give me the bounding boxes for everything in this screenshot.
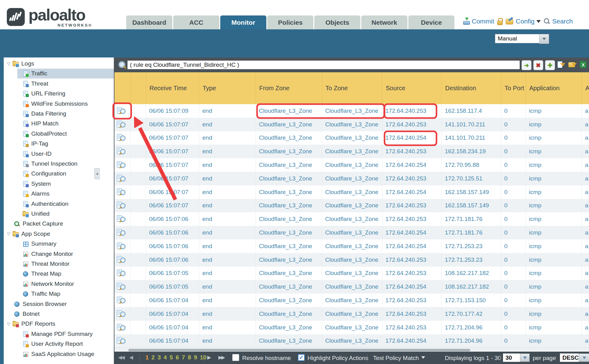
- log-detail-icon[interactable]: [117, 134, 126, 142]
- cell-destination[interactable]: 108.162.217.182: [442, 280, 501, 294]
- cell-source[interactable]: 172.64.240.254: [382, 239, 442, 253]
- cell-to_port[interactable]: 0: [501, 294, 526, 307]
- sidebar-item-threat-map[interactable]: Threat Map: [4, 269, 114, 279]
- prev-page-button[interactable]: ◀: [129, 354, 132, 360]
- cell-to_zone[interactable]: Cloudflare_L3_Zone: [322, 307, 382, 321]
- column-header-application[interactable]: Application: [526, 72, 582, 104]
- sidebar-item-wildfire-submissions[interactable]: WildFire Submissions: [4, 99, 114, 109]
- cell-source[interactable]: 172.64.240.253: [382, 212, 442, 226]
- cell-action[interactable]: a: [582, 267, 589, 280]
- cell-receive_time[interactable]: 06/06 15:07:06: [146, 212, 199, 226]
- per-page-select[interactable]: 30: [503, 353, 520, 362]
- cell-source[interactable]: 172.64.240.253: [382, 294, 442, 307]
- cell-type[interactable]: end: [199, 267, 256, 280]
- cell-to_zone[interactable]: Cloudflare_L3_Zone: [322, 145, 382, 158]
- cell-from_zone[interactable]: Cloudflare_L3_Zone: [256, 334, 322, 348]
- cell-type[interactable]: end: [199, 158, 256, 172]
- cell-action[interactable]: a: [582, 294, 589, 307]
- cell-action[interactable]: a: [582, 280, 589, 294]
- sidebar-item-threat-monitor[interactable]: Threat Monitor: [4, 259, 114, 269]
- filter-builder-icon[interactable]: [557, 60, 566, 70]
- column-header-source[interactable]: Source: [382, 72, 442, 104]
- cell-type[interactable]: end: [199, 226, 256, 239]
- sidebar-item-tunnel-inspection[interactable]: Tunnel Inspection: [4, 159, 114, 169]
- cell-receive_time[interactable]: 06/06 15:07:04: [146, 294, 199, 307]
- cell-type[interactable]: end: [199, 212, 256, 226]
- cell-from_zone[interactable]: Cloudflare_L3_Zone: [256, 239, 322, 253]
- clear-filter-icon[interactable]: ✖: [533, 60, 543, 70]
- cell-from_zone[interactable]: Cloudflare_L3_Zone: [256, 226, 322, 239]
- cell-destination[interactable]: 172.71.253.23: [442, 253, 501, 267]
- column-header-spacer[interactable]: [131, 72, 146, 104]
- lock-icon[interactable]: [497, 18, 503, 25]
- cell-from_zone[interactable]: Cloudflare_L3_Zone: [256, 104, 322, 118]
- tab-monitor[interactable]: Monitor: [220, 15, 266, 29]
- cell-from_zone[interactable]: Cloudflare_L3_Zone: [256, 321, 322, 334]
- cell-action[interactable]: a: [582, 104, 589, 118]
- sidebar-item-user-id[interactable]: User-ID: [4, 149, 114, 159]
- refresh-mode-select[interactable]: Manual: [495, 34, 540, 43]
- sidebar-item-url-filtering[interactable]: URL Filtering: [4, 89, 114, 99]
- cell-to_port[interactable]: 0: [501, 185, 526, 199]
- cell-to_port[interactable]: 0: [501, 334, 526, 348]
- cell-application[interactable]: icmp: [526, 212, 582, 226]
- cell-action[interactable]: a: [582, 131, 589, 145]
- cell-source[interactable]: 172.64.240.254: [382, 334, 442, 348]
- cell-destination[interactable]: 141.101.70.211: [442, 131, 501, 145]
- page-number-7[interactable]: 7: [182, 354, 185, 361]
- sidebar-item-traffic[interactable]: Traffic: [4, 69, 114, 78]
- config-button[interactable]: Config: [506, 18, 541, 25]
- cell-from_zone[interactable]: Cloudflare_L3_Zone: [256, 280, 322, 294]
- cell-to_zone[interactable]: Cloudflare_L3_Zone: [322, 199, 382, 213]
- cell-action[interactable]: a: [582, 334, 589, 348]
- sidebar-item-change-monitor[interactable]: Change Monitor: [4, 249, 114, 259]
- sidebar-collapse-handle[interactable]: ◂: [94, 168, 100, 179]
- sidebar-item-authentication[interactable]: Authentication: [4, 199, 114, 209]
- cell-destination[interactable]: 141.101.70.211: [442, 118, 501, 131]
- sidebar-item-traffic-map[interactable]: Traffic Map: [4, 289, 114, 299]
- cell-application[interactable]: icmp: [526, 199, 582, 213]
- cell-to_zone[interactable]: Cloudflare_L3_Zone: [322, 294, 382, 307]
- log-detail-icon[interactable]: [117, 229, 126, 237]
- tab-dashboard[interactable]: Dashboard: [126, 15, 172, 29]
- log-detail-icon[interactable]: [117, 256, 126, 264]
- cell-action[interactable]: a: [582, 145, 589, 158]
- cell-to_zone[interactable]: Cloudflare_L3_Zone: [322, 185, 382, 199]
- cell-type[interactable]: end: [199, 172, 256, 185]
- log-detail-icon[interactable]: [117, 161, 126, 169]
- log-detail-icon[interactable]: [117, 269, 126, 277]
- cell-receive_time[interactable]: 06/06 15:07:07: [146, 158, 199, 172]
- cell-from_zone[interactable]: Cloudflare_L3_Zone: [256, 253, 322, 267]
- cell-to_port[interactable]: 0: [501, 172, 526, 185]
- column-header-from_zone[interactable]: From Zone: [256, 72, 322, 104]
- column-header-to_port[interactable]: To Port: [501, 72, 526, 104]
- cell-destination[interactable]: 162.158.117.4: [442, 104, 501, 118]
- cell-from_zone[interactable]: Cloudflare_L3_Zone: [256, 118, 322, 131]
- cell-from_zone[interactable]: Cloudflare_L3_Zone: [256, 131, 322, 145]
- cell-source[interactable]: 172.64.240.253: [382, 118, 442, 131]
- cell-to_port[interactable]: 0: [501, 212, 526, 226]
- highlight-policy-actions-checkbox[interactable]: ✓: [298, 354, 305, 361]
- cell-application[interactable]: icmp: [526, 145, 582, 158]
- sidebar-item-packet-capture[interactable]: Packet Capture: [4, 219, 114, 229]
- page-number-9[interactable]: 9: [194, 354, 197, 361]
- expander-icon[interactable]: ▽: [7, 322, 13, 326]
- sidebar-item-alarms[interactable]: Alarms: [4, 189, 114, 199]
- cell-application[interactable]: icmp: [526, 185, 582, 199]
- cell-to_port[interactable]: 0: [501, 118, 526, 131]
- cell-to_port[interactable]: 0: [501, 158, 526, 172]
- cell-source[interactable]: 172.64.240.254: [382, 158, 442, 172]
- cell-type[interactable]: end: [199, 280, 256, 294]
- scrollbar-thumb[interactable]: [128, 349, 470, 351]
- cell-destination[interactable]: 172.70.125.51: [442, 172, 501, 185]
- cell-action[interactable]: a: [582, 307, 589, 321]
- last-page-button[interactable]: ▶▶: [218, 354, 224, 360]
- cell-application[interactable]: icmp: [526, 307, 582, 321]
- cell-source[interactable]: 172.64.240.254: [382, 131, 442, 145]
- cell-application[interactable]: icmp: [526, 253, 582, 267]
- cell-action[interactable]: a: [582, 226, 589, 239]
- cell-destination[interactable]: 172.70.95.88: [442, 158, 501, 172]
- log-detail-icon[interactable]: [117, 121, 126, 129]
- cell-type[interactable]: end: [199, 131, 256, 145]
- cell-destination[interactable]: 162.158.234.19: [442, 145, 501, 158]
